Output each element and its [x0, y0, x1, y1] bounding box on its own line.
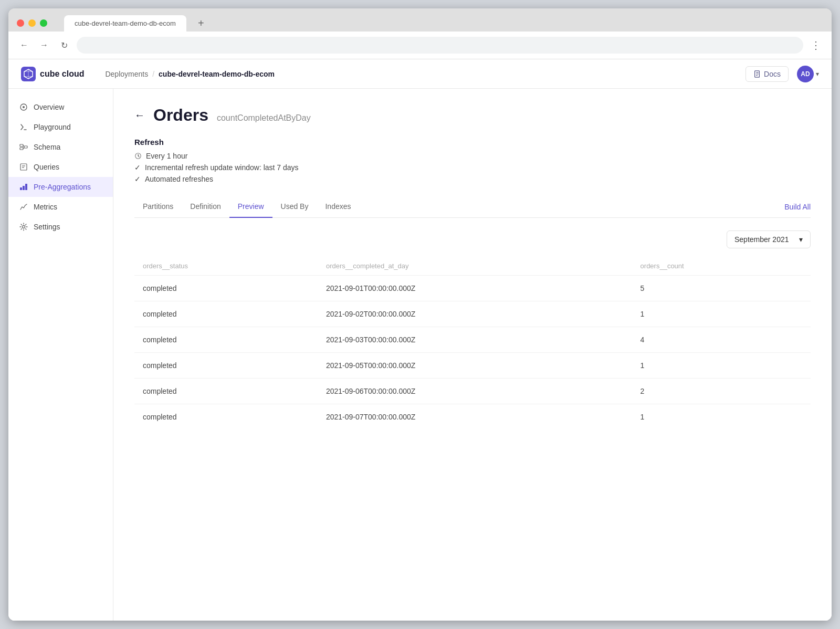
docs-icon	[753, 70, 761, 78]
cell-status: completed	[134, 404, 318, 430]
reload-button[interactable]: ↻	[57, 38, 71, 53]
browser-titlebar: cube-devrel-team-demo-db-ecom +	[8, 8, 832, 32]
date-select[interactable]: September 2021 ▾	[727, 230, 811, 248]
check-icon-1: ✓	[134, 175, 141, 183]
cell-status: completed	[134, 353, 318, 379]
avatar-dropdown[interactable]: AD ▾	[797, 66, 819, 82]
tab-indexes[interactable]: Indexes	[317, 196, 359, 218]
app-container: cube cloud Deployments / cube-devrel-tea…	[8, 59, 832, 621]
sidebar-item-queries[interactable]: Queries	[8, 157, 113, 177]
docs-label: Docs	[764, 70, 781, 78]
back-nav-button[interactable]: ←	[17, 38, 32, 53]
table-row: completed2021-09-06T00:00:00.000Z2	[134, 379, 811, 404]
cell-status: completed	[134, 327, 318, 353]
sidebar-item-label: Queries	[34, 163, 59, 171]
metrics-icon	[19, 202, 28, 212]
browser-tab[interactable]: cube-devrel-team-demo-db-ecom	[64, 15, 186, 32]
tabs-bar: Partitions Definition Preview Used By In…	[134, 196, 811, 218]
breadcrumb-parent[interactable]: Deployments	[105, 70, 148, 78]
cell-status: completed	[134, 379, 318, 404]
svg-rect-17	[25, 184, 27, 190]
cell-count: 1	[632, 301, 811, 327]
cell-completed_at_day: 2021-09-06T00:00:00.000Z	[318, 379, 632, 404]
docs-button[interactable]: Docs	[746, 66, 789, 82]
tab-preview[interactable]: Preview	[229, 196, 272, 218]
page-header: ← Orders countCompletedAtByDay	[134, 106, 811, 125]
sidebar-item-schema[interactable]: Schema	[8, 137, 113, 157]
minimize-button[interactable]	[28, 19, 36, 27]
svg-rect-7	[20, 144, 23, 146]
table-row: completed2021-09-03T00:00:00.000Z4	[134, 327, 811, 353]
refresh-item-1: ✓ Incremental refresh update window: las…	[134, 163, 811, 172]
forward-nav-button[interactable]: →	[37, 38, 51, 53]
cell-completed_at_day: 2021-09-01T00:00:00.000Z	[318, 276, 632, 301]
breadcrumb: Deployments / cube-devrel-team-demo-db-e…	[105, 70, 275, 78]
browser-toolbar: ← → ↻ ⋮	[8, 32, 832, 59]
table-row: completed2021-09-01T00:00:00.000Z5	[134, 276, 811, 301]
sidebar-item-overview[interactable]: Overview	[8, 97, 113, 117]
breadcrumb-current: cube-devrel-team-demo-db-ecom	[159, 70, 275, 78]
cell-completed_at_day: 2021-09-07T00:00:00.000Z	[318, 404, 632, 430]
cell-count: 5	[632, 276, 811, 301]
browser-menu-button[interactable]: ⋮	[808, 37, 823, 54]
table-row: completed2021-09-05T00:00:00.000Z1	[134, 353, 811, 379]
refresh-item-0: Every 1 hour	[134, 152, 811, 160]
sidebar-item-playground[interactable]: Playground	[8, 117, 113, 137]
breadcrumb-separator: /	[152, 70, 154, 78]
logo-icon	[21, 67, 36, 81]
svg-rect-9	[24, 146, 27, 148]
sidebar-item-label: Overview	[34, 103, 64, 111]
refresh-section: Refresh Every 1 hour ✓ Incremental refre…	[134, 138, 811, 183]
svg-point-18	[23, 226, 25, 228]
browser-window: cube-devrel-team-demo-db-ecom + ← → ↻ ⋮ …	[8, 8, 832, 621]
col-header-count: orders__count	[632, 257, 811, 276]
date-select-value: September 2021	[734, 235, 789, 244]
sidebar: Overview Playground Schema	[8, 89, 113, 621]
build-all-button[interactable]: Build All	[784, 203, 811, 211]
refresh-title: Refresh	[134, 138, 811, 146]
maximize-button[interactable]	[40, 19, 47, 27]
refresh-item-text: Every 1 hour	[146, 152, 187, 160]
svg-rect-8	[20, 148, 23, 150]
tab-partitions[interactable]: Partitions	[134, 196, 182, 218]
header-right: Docs AD ▾	[746, 66, 819, 82]
new-tab-button[interactable]: +	[193, 15, 209, 32]
sidebar-item-label: Metrics	[34, 203, 57, 211]
tab-actions: Build All	[784, 202, 811, 212]
sidebar-item-label: Playground	[34, 123, 71, 131]
sidebar-item-pre-aggregations[interactable]: Pre-Aggregations	[8, 177, 113, 197]
svg-point-6	[23, 106, 25, 108]
back-button[interactable]: ←	[134, 109, 145, 121]
main-content: ← Orders countCompletedAtByDay Refresh E…	[113, 89, 832, 621]
table-body: completed2021-09-01T00:00:00.000Z5comple…	[134, 276, 811, 430]
pre-aggregations-icon	[19, 182, 28, 192]
cell-status: completed	[134, 301, 318, 327]
sidebar-item-settings[interactable]: Settings	[8, 217, 113, 237]
cell-completed_at_day: 2021-09-02T00:00:00.000Z	[318, 301, 632, 327]
overview-icon	[19, 102, 28, 112]
refresh-item-2: ✓ Automated refreshes	[134, 175, 811, 183]
tab-definition[interactable]: Definition	[182, 196, 229, 218]
cell-count: 1	[632, 353, 811, 379]
cell-status: completed	[134, 276, 318, 301]
avatar-chevron-icon: ▾	[816, 70, 819, 78]
playground-icon	[19, 122, 28, 132]
logo-text: cube cloud	[40, 69, 84, 79]
cell-count: 4	[632, 327, 811, 353]
close-button[interactable]	[17, 19, 24, 27]
schema-icon	[19, 142, 28, 152]
settings-icon	[19, 222, 28, 232]
table-header-row: orders__status orders__completed_at_day …	[134, 257, 811, 276]
address-bar[interactable]	[77, 37, 803, 54]
cell-count: 1	[632, 404, 811, 430]
sidebar-item-metrics[interactable]: Metrics	[8, 197, 113, 217]
sidebar-item-label: Settings	[34, 223, 60, 231]
queries-icon	[19, 162, 28, 172]
col-header-completed-at-day: orders__completed_at_day	[318, 257, 632, 276]
cell-completed_at_day: 2021-09-05T00:00:00.000Z	[318, 353, 632, 379]
col-header-status: orders__status	[134, 257, 318, 276]
svg-rect-15	[20, 187, 22, 190]
svg-rect-16	[23, 186, 25, 190]
tab-used-by[interactable]: Used By	[272, 196, 317, 218]
cell-count: 2	[632, 379, 811, 404]
